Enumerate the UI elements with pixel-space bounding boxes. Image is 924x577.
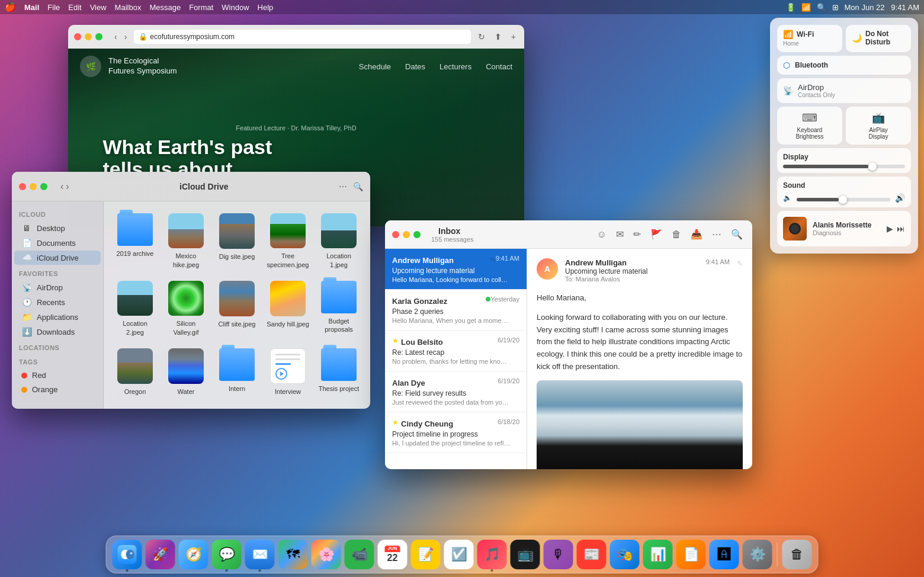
dock-tv[interactable]: 📺 <box>511 540 540 569</box>
more-button[interactable]: ⋯ <box>710 226 724 242</box>
nav-schedule[interactable]: Schedule <box>359 62 391 71</box>
dock-music[interactable]: 🎵 <box>477 540 507 569</box>
menu-message[interactable]: Message <box>149 3 181 12</box>
mail-maximize-button[interactable] <box>413 231 421 238</box>
sidebar-item-airdrop[interactable]: 📡 AirDrop <box>14 280 101 294</box>
sidebar-item-desktop[interactable]: 🖥 Desktop <box>14 221 101 235</box>
play-button[interactable]: ▶ <box>887 224 893 233</box>
file-silicon[interactable]: Silicon Valley.gif <box>162 276 210 341</box>
file-water[interactable]: Water <box>162 344 210 409</box>
flag-button[interactable]: 🚩 <box>648 226 665 242</box>
file-location2[interactable]: Location 2.jpeg <box>111 276 159 341</box>
file-thesis[interactable]: Thesis project <box>315 344 363 409</box>
dock-messages[interactable]: 💬 <box>212 540 242 569</box>
dock-sysprefs[interactable]: ⚙️ <box>743 540 772 569</box>
compose-button[interactable]: ✉ <box>614 226 626 242</box>
menu-format[interactable]: Format <box>189 3 213 12</box>
dock-safari[interactable]: 🧭 <box>179 540 208 569</box>
menubar-wifi[interactable]: 📶 <box>801 3 811 12</box>
nav-dates[interactable]: Dates <box>405 62 425 71</box>
file-tree[interactable]: Tree specimen.jpeg <box>264 209 312 274</box>
mail-item-lou[interactable]: ★ Lou Belsito 6/19/20 Re: Latest recap N… <box>385 331 527 371</box>
finder-search[interactable]: 🔍 <box>353 182 363 191</box>
finder-minimize-button[interactable] <box>30 183 37 190</box>
display-slider[interactable] <box>783 165 905 168</box>
app-menu-mail[interactable]: Mail <box>24 3 39 12</box>
close-button[interactable] <box>74 33 81 40</box>
finder-maximize-button[interactable] <box>40 183 47 190</box>
minimize-button[interactable] <box>85 33 92 40</box>
mail-item-cindy[interactable]: ★ Cindy Cheung 6/18/20 Project timeline … <box>385 412 527 453</box>
refresh-button[interactable]: ↻ <box>476 31 487 43</box>
mail-item-alan[interactable]: Alan Dye 6/19/20 Re: Field survey result… <box>385 371 527 412</box>
dock-finder[interactable] <box>113 540 142 569</box>
nav-lecturers[interactable]: Lecturers <box>439 62 471 71</box>
finder-close-button[interactable] <box>19 183 26 190</box>
sidebar-item-documents[interactable]: 📄 Documents <box>14 236 101 250</box>
cc-airdrop-tile[interactable]: 📡 AirDrop Contacts Only <box>777 78 911 103</box>
sidebar-tag-red[interactable]: Red <box>14 368 101 382</box>
file-intern[interactable]: Intern <box>213 344 261 409</box>
cc-keyboard-tile[interactable]: ⌨ KeyboardBrightness <box>777 107 842 145</box>
delete-button[interactable]: 🗑 <box>669 227 684 242</box>
file-cliffsite[interactable]: Cliff site.jpeg <box>213 276 261 341</box>
mail-minimize-button[interactable] <box>403 231 410 238</box>
apple-menu[interactable]: 🍎 <box>5 2 16 12</box>
menubar-search[interactable]: 🔍 <box>817 3 826 12</box>
skip-button[interactable]: ⏭ <box>897 224 905 233</box>
menubar-datetime[interactable]: Mon Jun 22 9:41 AM <box>845 3 919 12</box>
sidebar-item-icloud[interactable]: ☁️ iCloud Drive <box>14 251 101 265</box>
file-2019-archive[interactable]: 2019 archive <box>111 209 159 274</box>
file-budget[interactable]: Budget proposals <box>315 276 363 341</box>
file-digsite[interactable]: Dig site.jpeg <box>213 209 261 274</box>
cc-bluetooth-tile[interactable]: ⬡ Bluetooth <box>777 56 911 75</box>
menu-view[interactable]: View <box>90 3 107 12</box>
finder-back[interactable]: ‹ <box>60 181 63 192</box>
sidebar-item-recents[interactable]: 🕐 Recents <box>14 295 101 309</box>
dock-appstore[interactable]: 🅰 <box>710 540 739 569</box>
dock-launchpad[interactable]: 🚀 <box>146 540 175 569</box>
dock-numbers[interactable]: 📊 <box>643 540 673 569</box>
dock-podcasts[interactable]: 🎙 <box>544 540 573 569</box>
nav-contact[interactable]: Contact <box>486 62 512 71</box>
maximize-button[interactable] <box>95 33 102 40</box>
sidebar-item-downloads[interactable]: ⬇️ Downloads <box>14 325 101 339</box>
forward-button[interactable]: › <box>122 31 130 43</box>
new-tab-button[interactable]: + <box>509 31 518 43</box>
mail-item-karla[interactable]: Karla Gonzalez Yesterday Phase 2 queries… <box>385 290 527 331</box>
dock-reminders[interactable]: ☑️ <box>444 540 474 569</box>
finder-more[interactable]: ⋯ <box>339 182 347 191</box>
archive-button[interactable]: 📥 <box>688 226 705 242</box>
cc-airplay-tile[interactable]: 📺 AirPlayDisplay <box>846 107 911 145</box>
file-mexico[interactable]: Mexico hike.jpeg <box>162 209 210 274</box>
menu-mailbox[interactable]: Mailbox <box>115 3 142 12</box>
mail-close-button[interactable] <box>392 231 399 238</box>
sidebar-item-applications[interactable]: 📁 Applications <box>14 310 101 324</box>
file-sandyhill[interactable]: Sandy hill.jpeg <box>264 276 312 341</box>
reply-button[interactable]: ✏ <box>631 226 643 242</box>
sound-slider[interactable] <box>797 198 890 201</box>
dock-calendar[interactable]: JUN 22 <box>378 540 408 569</box>
finder-forward[interactable]: › <box>66 181 69 192</box>
sidebar-tag-orange[interactable]: Orange <box>14 383 101 396</box>
dock-photos[interactable]: 🌸 <box>312 540 341 569</box>
cc-wifi-tile[interactable]: 📶 Wi-Fi Home <box>777 25 842 52</box>
dock-keynote[interactable]: 🎭 <box>610 540 640 569</box>
mail-item-andrew[interactable]: Andrew Mulligan 9:41 AM ✎ Upcoming lectu… <box>385 249 527 290</box>
dock-mail[interactable]: ✉️ <box>245 540 275 569</box>
dock-notes[interactable]: 📝 <box>411 540 441 569</box>
menubar-battery[interactable]: 🔋 <box>786 3 795 12</box>
dock-maps[interactable]: 🗺 <box>278 540 308 569</box>
file-interview[interactable]: Interview <box>264 344 312 409</box>
dock-news[interactable]: 📰 <box>577 540 607 569</box>
dock-trash[interactable]: 🗑 <box>782 540 812 569</box>
file-oregon[interactable]: Oregon <box>111 344 159 409</box>
mail-search-button[interactable]: 🔍 <box>729 226 745 242</box>
share-button[interactable]: ⬆ <box>492 31 504 43</box>
file-location1[interactable]: Location 1.jpeg <box>315 209 363 274</box>
cc-dnd-tile[interactable]: 🌙 Do Not Disturb <box>846 25 911 52</box>
menu-edit[interactable]: Edit <box>68 3 81 12</box>
back-button[interactable]: ‹ <box>112 31 120 43</box>
menubar-controlcenter[interactable]: ⊞ <box>832 3 839 12</box>
dock-facetime[interactable]: 📹 <box>345 540 374 569</box>
